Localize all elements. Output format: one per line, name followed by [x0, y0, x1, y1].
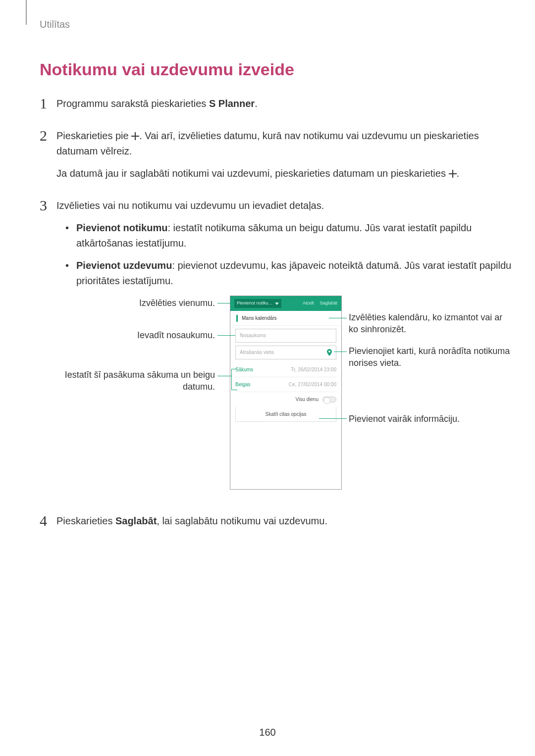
all-day-toggle-row: Visu dienu	[235, 392, 336, 407]
start-datetime[interactable]: Sākums Tr, 26/02/2014 23:00	[235, 362, 336, 377]
callout-enter-name: Ievadīt nosaukumu.	[56, 329, 215, 341]
step-2-p2: Ja datumā jau ir saglabāti notikumi vai …	[56, 166, 495, 181]
callout-select-calendar: Izvēlēties kalendāru, ko izmantot vai ar…	[349, 311, 512, 336]
phone-header: Pievienot notiku… Atcelt Saglabāt	[230, 296, 341, 311]
end-datetime[interactable]: Beigas Ce, 27/02/2014 00:00	[235, 377, 336, 392]
step-4: 4 Pieskarieties Saglabāt, lai saglabātu …	[40, 513, 495, 536]
tab-selector[interactable]: Pievienot notiku…	[234, 299, 281, 308]
step-2: 2 Pieskarieties pie . Vai arī, izvēlieti…	[40, 128, 495, 188]
step-number: 2	[40, 128, 56, 143]
step-2-p1: Pieskarieties pie . Vai arī, izvēlieties…	[56, 128, 495, 159]
save-button[interactable]: Saglabāt	[320, 300, 337, 307]
callout-add-map: Pievienojiet karti, kurā norādīta notiku…	[349, 345, 512, 369]
phone-screenshot: Pievienot notiku… Atcelt Saglabāt Mans k…	[230, 296, 342, 490]
step-4-text: Pieskarieties Saglabāt, lai saglabātu no…	[56, 513, 495, 529]
calendar-color-bar	[236, 315, 238, 322]
event-form-diagram: Pievienot notiku… Atcelt Saglabāt Mans k…	[56, 296, 512, 504]
plus-icon	[131, 132, 139, 140]
chevron-down-icon	[275, 302, 279, 305]
step-3: 3 Izvēlieties vai nu notikumu vai uzdevu…	[40, 198, 495, 504]
step-number: 1	[40, 96, 56, 111]
callout-select-item: Izvēlēties vienumu.	[56, 297, 215, 309]
breadcrumb: Utilītas	[40, 19, 495, 30]
step-1-text: Programmu sarakstā pieskarieties S Plann…	[56, 96, 495, 111]
location-pin-icon[interactable]	[327, 349, 332, 356]
page-number: 160	[0, 727, 535, 738]
step-number: 3	[40, 198, 56, 213]
callout-more-info: Pievienot vairāk informāciju.	[349, 413, 512, 425]
calendar-selector[interactable]: Mans kalendārs	[230, 311, 341, 326]
step-number: 4	[40, 513, 56, 528]
section-title: Notikumu vai uzdevumu izveide	[40, 60, 495, 79]
all-day-toggle[interactable]	[322, 397, 336, 403]
step-1: 1 Programmu sarakstā pieskarieties S Pla…	[40, 96, 495, 118]
location-input[interactable]: Atrašanās vieta	[235, 346, 336, 359]
step-3-intro: Izvēlieties vai nu notikumu vai uzdevumu…	[56, 198, 512, 213]
more-options-button[interactable]: Skatīt citas opcijas	[235, 407, 336, 422]
bullet-add-event: Pievienot notikumu: iestatīt notikuma sā…	[76, 220, 512, 251]
callout-set-dates: Iestatīt šī pasākuma sākuma un beigu dat…	[56, 369, 215, 393]
name-input[interactable]: Nosaukums	[235, 329, 336, 343]
plus-icon	[449, 170, 457, 178]
bullet-add-task: Pievienot uzdevumu: pievienot uzdevumu, …	[76, 258, 512, 289]
cancel-button[interactable]: Atcelt	[303, 300, 314, 307]
